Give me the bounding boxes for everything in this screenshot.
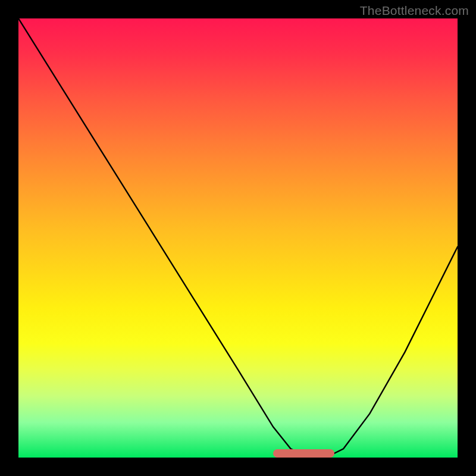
watermark-text: TheBottleneck.com (360, 4, 469, 18)
optimal-range-marker (273, 449, 334, 458)
chart-svg (18, 18, 458, 458)
plot-area (18, 18, 458, 458)
bottleneck-curve-path (18, 18, 458, 458)
